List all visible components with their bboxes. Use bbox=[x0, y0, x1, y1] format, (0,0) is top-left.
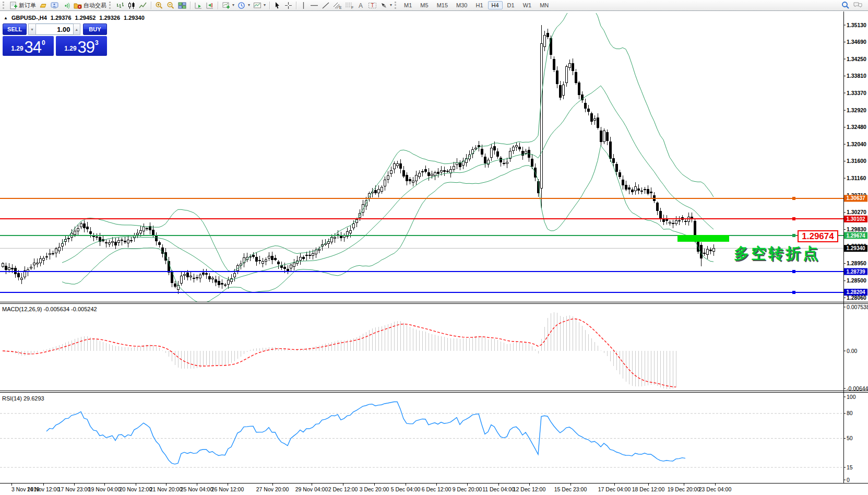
support-highlight-rect bbox=[677, 235, 729, 242]
svg-text:1.30270: 1.30270 bbox=[847, 209, 866, 215]
timeframe-D1[interactable]: D1 bbox=[504, 1, 518, 9]
fibonacci-button[interactable]: F bbox=[343, 1, 355, 10]
svg-text:0.007538: 0.007538 bbox=[847, 304, 868, 310]
timeframe-M30[interactable]: M30 bbox=[453, 1, 471, 9]
zoom-out-button[interactable] bbox=[165, 1, 176, 10]
line-chart-button[interactable] bbox=[137, 1, 149, 10]
rsi-indicator-label: RSI(14) 29.6293 bbox=[2, 395, 44, 402]
svg-text:F: F bbox=[351, 6, 353, 9]
timeframe-W1[interactable]: W1 bbox=[519, 1, 536, 9]
auto-scroll-button[interactable] bbox=[193, 1, 204, 10]
toolbar-grip bbox=[3, 2, 6, 9]
market-watch-button[interactable] bbox=[38, 1, 49, 10]
trendline-icon bbox=[322, 2, 330, 9]
svg-text:20 Nov 12:00: 20 Nov 12:00 bbox=[120, 486, 152, 492]
timeframe-H4[interactable]: H4 bbox=[488, 1, 503, 9]
candlestick-chart-button[interactable] bbox=[126, 1, 137, 10]
svg-text:1.28739: 1.28739 bbox=[846, 269, 865, 275]
chart-window[interactable]: 1.351301.346901.342501.338101.333701.329… bbox=[0, 11, 868, 495]
open-value: 1.29376 bbox=[51, 15, 72, 21]
toolbar-separator bbox=[151, 2, 151, 9]
svg-text:1.32040: 1.32040 bbox=[847, 141, 866, 147]
sell-price-small: 1.29 bbox=[11, 45, 23, 52]
template-icon bbox=[253, 2, 261, 9]
svg-text:-0.006446: -0.006446 bbox=[847, 385, 868, 392]
text-label-icon: T bbox=[368, 2, 377, 9]
periods-button[interactable]: ▾ bbox=[236, 1, 252, 10]
svg-text:0: 0 bbox=[847, 477, 850, 483]
zoom-in-button[interactable] bbox=[153, 1, 165, 10]
autotrading-label: 自动交易 bbox=[84, 2, 106, 9]
svg-text:3 Dec 20:00: 3 Dec 20:00 bbox=[360, 486, 389, 492]
sell-button[interactable]: SELL bbox=[3, 23, 27, 35]
trendline-button[interactable] bbox=[320, 1, 331, 10]
toolbar-separator bbox=[296, 2, 296, 9]
chart-shift-icon bbox=[206, 2, 214, 9]
svg-text:80: 80 bbox=[847, 410, 853, 416]
svg-text:A: A bbox=[359, 2, 363, 9]
buy-price-small: 1.29 bbox=[64, 45, 76, 52]
turning-point-annotation[interactable]: 多空转折点 bbox=[734, 243, 820, 264]
timeframe-M15[interactable]: M15 bbox=[433, 1, 451, 9]
bar-chart-icon bbox=[116, 2, 124, 9]
svg-text:100: 100 bbox=[847, 394, 856, 400]
gold-ingot-icon bbox=[39, 2, 47, 9]
bar-chart-button[interactable] bbox=[114, 1, 126, 10]
text-button[interactable]: A bbox=[355, 1, 366, 10]
svg-text:18 Dec 12:00: 18 Dec 12:00 bbox=[632, 486, 665, 492]
svg-text:15: 15 bbox=[847, 464, 853, 470]
clock-icon bbox=[237, 2, 246, 9]
timeframe-MN[interactable]: MN bbox=[536, 1, 552, 9]
new-order-button[interactable]: 新订单 bbox=[8, 1, 38, 10]
text-label-button[interactable]: T bbox=[366, 1, 378, 10]
buy-button[interactable]: BUY bbox=[83, 23, 107, 35]
toolbar-grip bbox=[395, 2, 398, 9]
macd-indicator-label: MACD(12,26,9) -0.005634 -0.005242 bbox=[2, 306, 97, 312]
chat-icon bbox=[853, 1, 863, 9]
svg-text:50: 50 bbox=[847, 435, 853, 441]
horizontal-line-button[interactable] bbox=[308, 1, 320, 10]
symbol-collapse-icon[interactable]: ▲ bbox=[4, 16, 8, 20]
text-icon: A bbox=[357, 2, 365, 9]
buy-price-big: 39 bbox=[78, 40, 94, 55]
equidistant-channel-button[interactable]: E bbox=[331, 1, 343, 10]
buy-price-display[interactable]: 1.29 39 3 bbox=[56, 36, 107, 56]
autotrading-button[interactable]: 自动交易 bbox=[72, 1, 108, 10]
chart-shift-button[interactable] bbox=[204, 1, 216, 10]
svg-text:1.33370: 1.33370 bbox=[847, 90, 866, 96]
volume-increase-button[interactable]: ▲ bbox=[73, 23, 80, 35]
signal-button[interactable] bbox=[61, 1, 72, 10]
level-price-callout[interactable]: 1.29674 bbox=[798, 230, 838, 242]
volume-input[interactable] bbox=[36, 23, 73, 35]
chat-button[interactable] bbox=[851, 1, 864, 10]
templates-button[interactable]: ▾ bbox=[252, 1, 267, 10]
sell-price-display[interactable]: 1.29 34 0 bbox=[3, 36, 54, 56]
close-value: 1.29340 bbox=[124, 15, 145, 21]
svg-text:2 Dec 12:00: 2 Dec 12:00 bbox=[328, 486, 358, 492]
signal-icon bbox=[62, 2, 70, 9]
svg-text:25 Nov 04:00: 25 Nov 04:00 bbox=[181, 486, 213, 492]
timeframe-M1[interactable]: M1 bbox=[400, 1, 415, 9]
tile-windows-button[interactable] bbox=[176, 1, 188, 10]
timeframe-M5[interactable]: M5 bbox=[417, 1, 432, 9]
profile-button[interactable] bbox=[49, 1, 61, 10]
candles-layer bbox=[2, 25, 715, 294]
svg-text:T: T bbox=[371, 3, 374, 8]
timeframe-H1[interactable]: H1 bbox=[472, 1, 486, 9]
cursor-button[interactable] bbox=[272, 1, 283, 10]
dropdown-caret-icon: ▾ bbox=[264, 3, 266, 7]
zoom-in-icon bbox=[155, 2, 163, 9]
search-button[interactable] bbox=[840, 1, 851, 10]
svg-text:19 Dec 20:00: 19 Dec 20:00 bbox=[668, 486, 700, 492]
new-chart-button[interactable]: ▾ bbox=[220, 1, 236, 10]
svg-text:6 Dec 12:00: 6 Dec 12:00 bbox=[422, 486, 451, 492]
main-toolbar: 新订单 自动交易 ▾ ▾ bbox=[0, 0, 868, 11]
crosshair-button[interactable] bbox=[283, 1, 294, 10]
vertical-line-button[interactable] bbox=[299, 1, 308, 10]
toolbar-grip bbox=[109, 2, 112, 9]
svg-text:1.35130: 1.35130 bbox=[847, 22, 866, 28]
arrows-button[interactable]: ▾ bbox=[378, 1, 394, 10]
volume-decrease-button[interactable]: ▼ bbox=[28, 23, 35, 35]
low-value: 1.29326 bbox=[99, 15, 120, 21]
svg-text:1.29340: 1.29340 bbox=[846, 245, 865, 251]
